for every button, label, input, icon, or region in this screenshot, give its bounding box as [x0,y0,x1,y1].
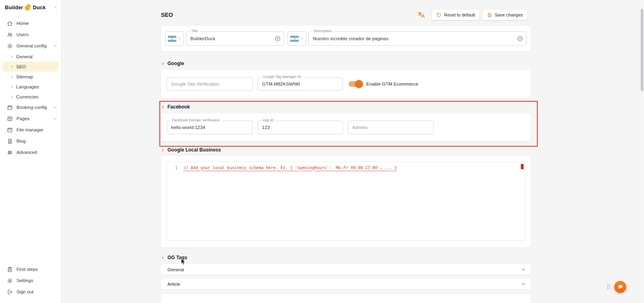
sidebar-item-label: Booking config [17,105,47,110]
gtm-id-field-label: Google Tag Manager ID [261,75,303,79]
sidebar-item-sitemap[interactable]: Sitemap [0,72,61,82]
og-general-accordion-label: General [167,267,184,272]
save-button-label: Save changes [495,12,523,17]
sidebar-item-languages[interactable]: Languages [0,82,61,92]
facebook-section: Facebook Facebook Domain Verification Ap… [161,104,530,141]
chevron-down-icon [300,37,303,40]
chevron-right-icon [10,65,13,68]
gtm-ecommerce-toggle[interactable] [349,81,362,87]
og-article-accordion[interactable]: Article [161,278,530,289]
facebook-card: Facebook Domain Verification App ID [161,113,530,141]
sidebar-item-label: Sitemap [16,74,33,79]
google-section-title: Google [167,61,184,66]
sidebar-item-sign-out[interactable]: Sign out [0,286,61,297]
chat-button[interactable] [614,281,626,293]
sidebar-item-label: Advanced [17,150,37,155]
sidebar-item-seo[interactable]: SEO [2,61,59,72]
sidebar: Builder Duck Home Users General config [0,0,62,303]
google-card: Google Tag Manager ID Enable GTM Ecommer… [161,70,530,98]
sidebar-item-home[interactable]: Home [0,18,61,29]
save-changes-button[interactable]: Save changes [483,10,527,20]
sidebar-item-settings[interactable]: Settings [0,275,61,286]
og-general-accordion[interactable]: General [161,264,530,275]
sidebar-item-currencies[interactable]: Currencies [0,92,61,102]
chevron-down-icon [178,37,181,40]
google-site-verification-input[interactable] [167,77,253,91]
archive-icon [7,127,13,133]
description-language-select[interactable] [287,31,306,46]
sidebar-item-first-steps[interactable]: First steps [0,264,61,275]
gtm-ecommerce-toggle-label: Enable GTM Ecommerce [366,82,418,86]
sidebar-item-booking-config[interactable]: Booking config [0,102,61,113]
logo-text-duck: Duck [33,4,45,10]
gtm-ecommerce-toggle-group: Enable GTM Ecommerce [349,81,418,87]
app-id-input[interactable] [258,121,343,134]
clipboard-icon [7,266,13,272]
home-icon [7,20,13,27]
users-icon [7,32,13,38]
sidebar-item-label: Home [17,21,29,26]
add-translation-icon[interactable] [517,35,523,42]
og-article-accordion-label: Article [167,282,180,287]
logo: Builder Duck [0,0,61,14]
sidebar-item-general-config[interactable]: General config [0,40,61,51]
schema-code-editor[interactable]: 1 // Add your local business schema here… [167,162,525,241]
sidebar-item-label: Blog [17,139,26,143]
reset-to-default-button[interactable]: Reset to default [432,10,479,20]
sidebar-item-label: Pages [17,116,30,121]
sidebar-item-pages[interactable]: Pages [0,113,61,124]
gear-icon [7,278,13,284]
scrollbar-thumb[interactable] [641,9,643,91]
chevron-right-icon [161,105,165,109]
gtm-id-field: Google Tag Manager ID [258,77,343,91]
chat-bubble-icon [617,284,623,290]
sidebar-item-advanced[interactable]: Advanced [0,147,61,158]
google-local-business-section-header[interactable]: Google Local Business [161,147,530,153]
app-root: Builder Duck Home Users General config [0,0,644,303]
sidebar-collapse-icon[interactable] [54,5,58,10]
sidebar-item-blog[interactable]: Blog [0,135,61,147]
accordion-partial[interactable] [161,294,530,303]
sidebar-item-label: First steps [17,267,38,272]
sidebar-item-general[interactable]: General [0,51,61,61]
title-input[interactable] [186,31,284,46]
main-content: SEO Reset to default Save changes [161,0,530,303]
calendar-icon [7,104,13,111]
local-business-card: 1 // Add your local business schema here… [161,156,530,248]
sidebar-item-users[interactable]: Users [0,29,61,40]
drag-handle-icon[interactable] [606,283,611,290]
document-icon [7,138,13,144]
description-field-label: Description [312,29,333,33]
facebook-section-title: Facebook [167,104,190,110]
sidebar-item-file-manager[interactable]: File manager [0,124,61,135]
admins-input[interactable] [348,121,434,134]
facebook-domain-verification-input[interactable] [167,121,253,134]
facebook-section-header[interactable]: Facebook [161,104,530,110]
sidebar-item-label: General [16,54,33,59]
page-title: SEO [161,12,173,18]
sidebar-item-label: File manager [17,127,43,132]
reset-icon [436,12,442,18]
title-language-select[interactable] [165,31,184,46]
gtm-id-input[interactable] [258,77,343,91]
sidebar-item-label: Settings [17,278,33,283]
translate-icon[interactable] [417,11,425,19]
chevron-up-icon [53,44,57,48]
app-id-field: App ID [258,121,343,134]
facebook-domain-verification-field: Facebook Domain Verification [167,121,253,134]
description-field: Description [308,31,526,46]
scrollbar-track[interactable] [640,0,644,303]
sidebar-footer: First steps Settings Sign out [0,264,61,303]
code-line: 1 // Add your local business schema here… [167,164,524,171]
google-section-header[interactable]: Google [161,60,530,67]
logo-text-builder: Builder [5,4,23,10]
sliders-icon [7,149,13,156]
code-comment: // Add your local business schema here. … [184,166,397,170]
description-input[interactable] [308,31,526,46]
gear-icon [7,43,13,49]
chevron-right-icon [161,148,165,152]
sign-out-icon [7,289,13,295]
title-field: Title [186,31,284,46]
og-tags-section-header[interactable]: OG Tags [161,254,530,261]
add-translation-icon[interactable] [275,35,281,42]
